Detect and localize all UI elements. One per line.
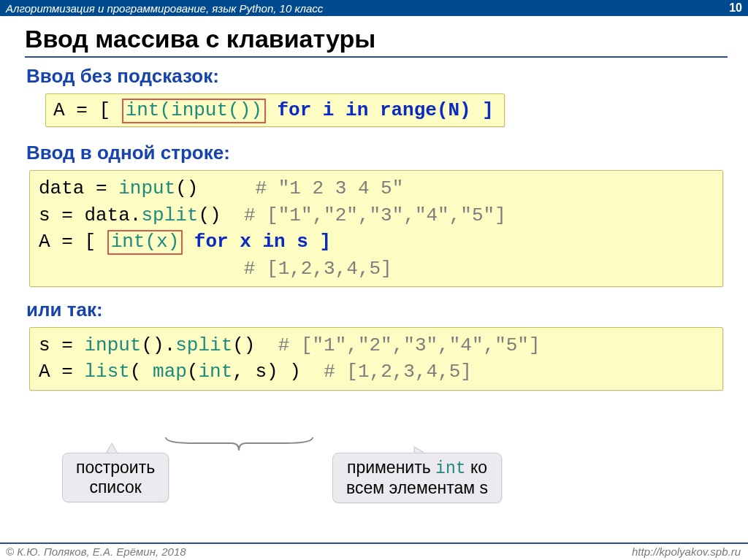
highlight-box-int-x: int(x) [107,230,183,255]
bubble-apply-int: применить int ко всем элементам s [332,453,502,503]
brace-map-int [164,436,314,453]
section-2-title: Ввод в одной строке: [26,142,728,164]
title-rule [25,56,728,58]
section-1-title: Ввод без подсказок: [26,65,728,88]
page-number: 10 [729,1,742,15]
course-title: Алгоритмизация и программирование, язык … [6,2,323,15]
code-block-2: data = input() # "1 2 3 4 5" s = data.sp… [29,170,723,287]
code1-boxed: int(input()) [126,99,262,121]
footer-copyright: © К.Ю. Поляков, Е.А. Ерёмин, 2018 [6,545,186,558]
bubble-build-list: построить список [62,453,169,502]
bubble-2-line2: всем элементам s [346,478,488,498]
code-block-3: s = input().split() # ["1","2","3","4","… [29,327,723,391]
slide-title: Ввод массива с клавиатуры [25,25,728,53]
footer-url: http://kpolyakov.spb.ru [632,545,741,558]
bubble-1-line2: список [76,477,155,497]
bubble-1-line1: построить [76,458,155,477]
slide-header: Алгоритмизация и программирование, язык … [0,0,748,16]
code1-rest: for i in range(N) ] [266,99,494,121]
slide-footer: © К.Ю. Поляков, Е.А. Ерёмин, 2018 http:/… [0,542,748,558]
code-block-1: A = [ int(input()) for i in range(N) ] [45,93,505,127]
highlight-box-int-input: int(input()) [122,99,266,123]
section-3-title: или так: [26,299,728,321]
bubble-1-pointer [106,442,118,453]
code1-prefix: A = [ [53,99,122,121]
bubble-2-line1: применить int ко [346,458,488,478]
